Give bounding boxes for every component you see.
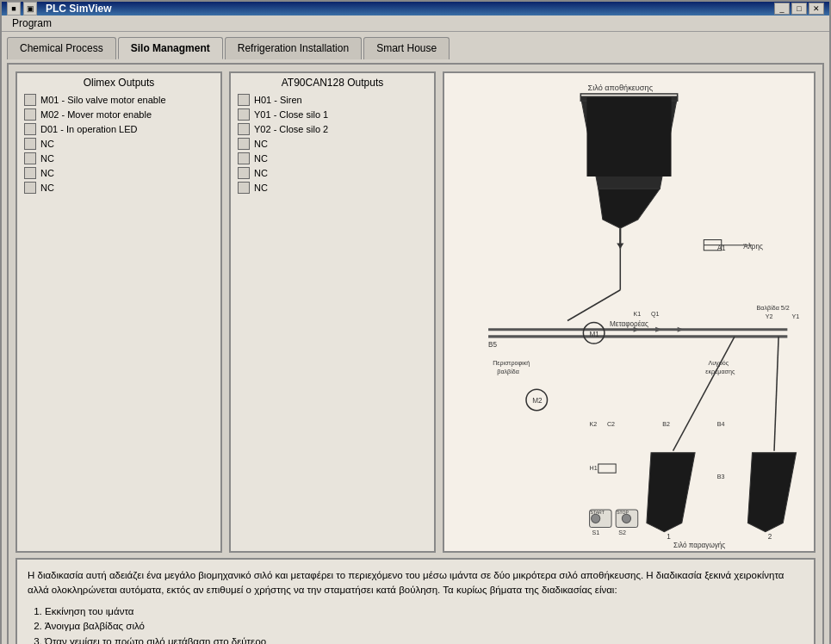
svg-text:S1: S1	[592, 529, 600, 536]
at90-item-4: NC	[238, 152, 427, 164]
svg-text:Βαλβίδα 5/2: Βαλβίδα 5/2	[757, 305, 790, 312]
maximize-button[interactable]: □	[791, 3, 807, 15]
content-area: Chemical Process Silo Managment Refriger…	[2, 32, 829, 644]
olimex-label-6: NC	[40, 183, 54, 193]
window-title: PLC SimView	[46, 3, 771, 15]
svg-text:2: 2	[768, 533, 772, 541]
at90-item-5: NC	[238, 167, 427, 179]
olimex-item-5: NC	[24, 167, 214, 179]
at90-check-4[interactable]	[238, 152, 250, 164]
at90-label-6: NC	[254, 183, 268, 193]
svg-text:εκρέμασης: εκρέμασης	[705, 368, 735, 375]
silo-diagram-panel: Σιλό αποθήκευσης	[443, 71, 815, 553]
description-panel: Η διαδικασία αυτή αδειάζει ένα μεγάλο βι…	[16, 558, 815, 644]
menubar: Program	[2, 15, 829, 32]
svg-text:Q1: Q1	[651, 311, 660, 318]
olimex-label-4: NC	[40, 153, 54, 164]
at90-item-3: NC	[238, 138, 427, 150]
svg-text:H1: H1	[590, 465, 598, 472]
silo-diagram-svg: Σιλό αποθήκευσης	[444, 73, 814, 551]
svg-text:C2: C2	[607, 421, 615, 428]
olimex-label-3: NC	[40, 139, 54, 149]
at90-label-2: Y02 - Close silo 2	[254, 124, 328, 134]
top-row: Olimex Outputs M01 - Silo valve motor en…	[16, 71, 815, 553]
svg-text:M1: M1	[590, 331, 600, 338]
olimex-check-4[interactable]	[24, 152, 36, 164]
svg-text:M2: M2	[532, 398, 543, 406]
at90-item-1: Y01 - Close silo 1	[238, 108, 427, 121]
olimex-label-5: NC	[40, 168, 54, 178]
at90-check-0[interactable]	[238, 94, 250, 106]
tab-refrigeration[interactable]: Refrigeration Installation	[225, 37, 362, 59]
svg-text:Μεταφορέας: Μεταφορέας	[610, 320, 648, 328]
svg-text:START: START	[591, 510, 605, 515]
olimex-item-2: D01 - In operation LED	[24, 123, 214, 135]
svg-text:Y1: Y1	[791, 313, 799, 320]
titlebar-controls: _ □ ✕	[774, 3, 824, 15]
olimex-item-0: M01 - Silo valve motor enable	[24, 94, 214, 106]
olimex-item-3: NC	[24, 138, 214, 150]
at90-item-0: H01 - Siren	[238, 94, 427, 106]
svg-text:Σιλό παραγωγής: Σιλό παραγωγής	[673, 542, 725, 549]
olimex-check-0[interactable]	[24, 94, 36, 106]
svg-point-47	[622, 514, 630, 523]
at90-check-2[interactable]	[238, 123, 250, 135]
olimex-item-1: M02 - Mover motor enable	[24, 108, 214, 121]
description-text: Η διαδικασία αυτή αδειάζει ένα μεγάλο βι…	[28, 568, 803, 598]
svg-rect-4	[586, 97, 671, 176]
at90-check-6[interactable]	[238, 182, 250, 194]
at90-label-3: NC	[254, 139, 268, 149]
svg-text:K2: K2	[590, 421, 598, 428]
olimex-check-2[interactable]	[24, 123, 36, 135]
at90-title: AT90CAN128 Outputs	[238, 77, 427, 89]
app-icon-1: ■	[7, 2, 21, 15]
svg-text:K1: K1	[634, 311, 642, 318]
svg-text:S2: S2	[618, 529, 626, 536]
at90-check-5[interactable]	[238, 167, 250, 179]
olimex-item-4: NC	[24, 152, 214, 164]
olimex-check-6[interactable]	[24, 182, 36, 194]
olimex-label-1: M02 - Mover motor enable	[40, 109, 152, 120]
svg-text:Άλρης: Άλρης	[743, 243, 763, 251]
tab-chemical[interactable]: Chemical Process	[7, 37, 116, 59]
minimize-button[interactable]: _	[774, 3, 790, 15]
menu-program[interactable]: Program	[7, 15, 57, 31]
tab-smart[interactable]: Smart House	[363, 37, 450, 59]
svg-text:1: 1	[667, 533, 671, 541]
step-1: Εκκίνηση του ιμάντα	[45, 604, 803, 619]
tab-bar: Chemical Process Silo Managment Refriger…	[7, 37, 824, 59]
svg-text:B3: B3	[717, 474, 725, 480]
svg-text:Περιστροφική: Περιστροφική	[493, 360, 530, 367]
main-window: ■ ▣ PLC SimView _ □ ✕ Program Chemical P…	[0, 0, 831, 644]
at90-item-6: NC	[238, 182, 427, 194]
olimex-check-5[interactable]	[24, 167, 36, 179]
at90-check-3[interactable]	[238, 138, 250, 150]
svg-point-44	[592, 514, 600, 523]
app-icon-2: ▣	[23, 2, 37, 15]
olimex-outputs-panel: Olimex Outputs M01 - Silo valve motor en…	[16, 71, 222, 553]
at90-label-0: H01 - Siren	[254, 95, 302, 105]
olimex-check-3[interactable]	[24, 138, 36, 150]
titlebar-icons: ■ ▣	[7, 2, 37, 15]
at90-check-1[interactable]	[238, 108, 250, 121]
svg-text:B2: B2	[662, 421, 670, 428]
at90-outputs-panel: AT90CAN128 Outputs H01 - Siren Y01 - Clo…	[229, 71, 436, 553]
at90-item-2: Y02 - Close silo 2	[238, 123, 427, 135]
svg-text:STOP: STOP	[617, 510, 629, 515]
olimex-check-1[interactable]	[24, 108, 36, 121]
svg-text:βαλβίδα: βαλβίδα	[497, 368, 519, 375]
olimex-title: Olimex Outputs	[24, 77, 214, 89]
svg-text:B4: B4	[717, 421, 725, 428]
svg-text:Σιλό αποθήκευσης: Σιλό αποθήκευσης	[587, 84, 653, 92]
svg-text:B5: B5	[488, 341, 497, 349]
main-panel: Olimex Outputs M01 - Silo valve motor en…	[7, 63, 824, 644]
step-3: Όταν γεμίσει το πρώτο σιλό μετάβαση στο …	[45, 635, 803, 644]
svg-text:Y2: Y2	[766, 313, 773, 320]
at90-label-1: Y01 - Close silo 1	[254, 109, 328, 120]
olimex-label-0: M01 - Silo valve motor enable	[40, 95, 166, 105]
close-button[interactable]: ✕	[809, 3, 824, 15]
tab-silo[interactable]: Silo Managment	[118, 37, 223, 59]
at90-label-5: NC	[254, 168, 268, 178]
step-2: Άνοιγμα βαλβίδας σιλό	[45, 619, 803, 634]
olimex-item-6: NC	[24, 182, 214, 194]
